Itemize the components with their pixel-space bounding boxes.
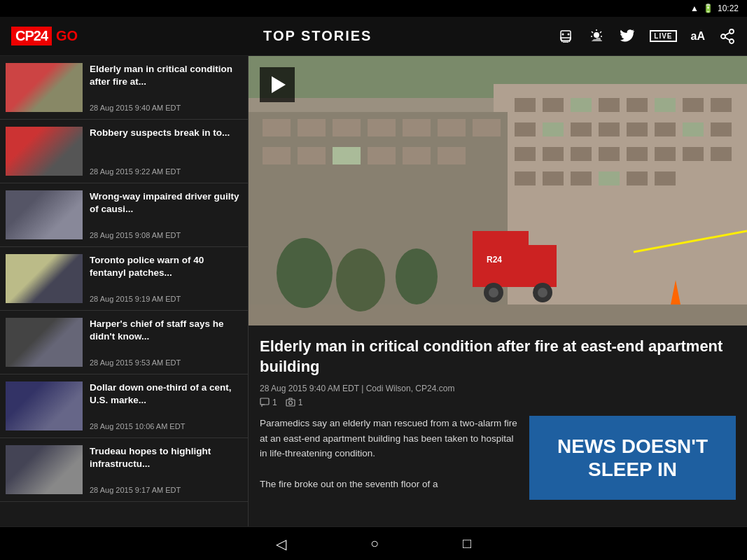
article-stats: 1 1 xyxy=(260,398,736,407)
article-text-col: Paramedics say an elderly man rescued fr… xyxy=(260,416,518,500)
weather-icon[interactable] xyxy=(588,28,605,45)
story-headline: Wrong-way impaired driver guilty of caus… xyxy=(90,190,242,215)
svg-rect-33 xyxy=(683,122,704,136)
svg-point-2 xyxy=(568,33,570,35)
photo-count[interactable]: 1 xyxy=(286,398,303,407)
svg-rect-31 xyxy=(627,122,648,136)
story-headline: Elderly man in critical condition after … xyxy=(90,63,242,88)
svg-rect-75 xyxy=(249,304,747,326)
article-content: Elderly man in critical condition after … xyxy=(249,326,747,526)
svg-line-14 xyxy=(725,37,730,40)
list-item[interactable]: Dollar down one-third of a cent, U.S. ma… xyxy=(0,374,248,438)
svg-rect-23 xyxy=(627,98,648,112)
svg-rect-62 xyxy=(438,147,466,164)
traffic-icon[interactable] xyxy=(557,28,574,45)
story-info: Dollar down one-third of a cent, U.S. ma… xyxy=(90,382,242,430)
svg-rect-18 xyxy=(494,84,747,326)
home-button[interactable]: ○ xyxy=(370,536,379,552)
svg-rect-20 xyxy=(543,98,564,112)
share-icon[interactable] xyxy=(719,28,736,45)
story-headline: Trudeau hopes to highlight infrastructu.… xyxy=(90,445,242,470)
story-time: 28 Aug 2015 9:08 AM EDT xyxy=(90,231,242,239)
list-item[interactable]: Robbery suspects break in to... 28 Aug 2… xyxy=(0,120,248,183)
play-button[interactable] xyxy=(260,67,295,102)
comment-number: 1 xyxy=(272,398,277,407)
svg-rect-44 xyxy=(543,172,564,186)
svg-point-11 xyxy=(729,29,734,34)
story-time: 28 Aug 2015 9:40 AM EDT xyxy=(90,104,242,112)
svg-point-13 xyxy=(729,39,734,43)
svg-rect-36 xyxy=(543,147,564,161)
story-info: Harper's chief of staff says he didn't k… xyxy=(90,318,242,367)
story-headline: Dollar down one-third of a cent, U.S. ma… xyxy=(90,382,242,406)
svg-rect-59 xyxy=(333,147,361,164)
list-item[interactable]: Trudeau hopes to highlight infrastructu.… xyxy=(0,438,248,502)
article-panel: R24 xyxy=(249,56,747,526)
svg-line-8 xyxy=(592,31,593,33)
list-item[interactable]: Wrong-way impaired driver guilty of caus… xyxy=(0,183,248,247)
svg-rect-24 xyxy=(655,98,676,112)
story-headline: Toronto police warn of 40 fentanyl patch… xyxy=(90,254,242,279)
story-info: Wrong-way impaired driver guilty of caus… xyxy=(90,190,242,239)
story-thumbnail xyxy=(6,63,83,112)
svg-rect-50 xyxy=(263,119,291,136)
svg-rect-41 xyxy=(683,147,704,161)
svg-rect-43 xyxy=(515,172,536,186)
story-thumbnail xyxy=(6,382,83,430)
comment-count[interactable]: 1 xyxy=(260,398,277,407)
font-size-icon[interactable]: aA xyxy=(691,30,705,43)
story-thumbnail xyxy=(6,254,83,303)
article-body: Paramedics say an elderly man rescued fr… xyxy=(260,416,518,491)
svg-point-81 xyxy=(288,401,292,405)
recents-button[interactable]: □ xyxy=(463,536,471,552)
svg-line-15 xyxy=(725,32,730,35)
logo[interactable]: CP24 GO xyxy=(11,27,78,46)
twitter-icon[interactable] xyxy=(619,28,636,45)
photo-number: 1 xyxy=(298,398,303,407)
story-headline: Harper's chief of staff says he didn't k… xyxy=(90,318,242,342)
play-triangle-icon xyxy=(272,76,286,93)
svg-rect-79 xyxy=(260,398,269,405)
svg-line-6 xyxy=(600,31,601,33)
story-info: Toronto police warn of 40 fentanyl patch… xyxy=(90,254,242,303)
story-info: Robbery suspects break in to... 28 Aug 2… xyxy=(90,127,242,176)
back-button[interactable]: ◁ xyxy=(276,536,286,552)
svg-point-68 xyxy=(538,288,547,298)
story-headline: Robbery suspects break in to... xyxy=(90,127,242,139)
main-content: Elderly man in critical condition after … xyxy=(0,56,747,526)
story-time: 28 Aug 2015 9:22 AM EDT xyxy=(90,167,242,176)
article-body-para1: Paramedics say an elderly man rescued fr… xyxy=(260,416,518,461)
svg-rect-80 xyxy=(286,400,295,406)
svg-rect-39 xyxy=(627,147,648,161)
scene-bg: R24 xyxy=(249,56,747,326)
logo-go: GO xyxy=(56,28,78,44)
story-time: 28 Aug 2015 9:19 AM EDT xyxy=(90,295,242,303)
svg-rect-61 xyxy=(403,147,431,164)
logo-cp24: CP24 xyxy=(11,27,52,46)
svg-rect-51 xyxy=(298,119,326,136)
story-info: Elderly man in critical condition after … xyxy=(90,63,242,112)
svg-rect-58 xyxy=(298,147,326,164)
wifi-icon: ▲ xyxy=(690,4,699,13)
article-title: Elderly man in critical condition after … xyxy=(260,337,736,377)
story-thumbnail xyxy=(6,127,83,176)
svg-rect-32 xyxy=(655,122,676,136)
svg-rect-38 xyxy=(599,147,620,161)
battery-icon: 🔋 xyxy=(703,4,713,13)
list-item[interactable]: Harper's chief of staff says he didn't k… xyxy=(0,311,248,374)
svg-rect-53 xyxy=(368,119,396,136)
story-time: 28 Aug 2015 10:06 AM EDT xyxy=(90,422,242,430)
page-title: TOP STORIES xyxy=(78,28,557,44)
list-item[interactable]: Toronto police warn of 40 fentanyl patch… xyxy=(0,247,248,311)
svg-point-66 xyxy=(489,288,498,298)
svg-rect-54 xyxy=(403,119,431,136)
svg-rect-37 xyxy=(571,147,592,161)
svg-rect-28 xyxy=(543,122,564,136)
article-hero-image: R24 xyxy=(249,56,747,326)
story-time: 28 Aug 2015 9:53 AM EDT xyxy=(90,358,242,367)
story-thumbnail xyxy=(6,318,83,367)
live-icon[interactable]: LIVE xyxy=(650,30,676,42)
svg-point-4 xyxy=(594,32,599,38)
list-item[interactable]: Elderly man in critical condition after … xyxy=(0,56,248,120)
svg-point-77 xyxy=(336,248,385,312)
